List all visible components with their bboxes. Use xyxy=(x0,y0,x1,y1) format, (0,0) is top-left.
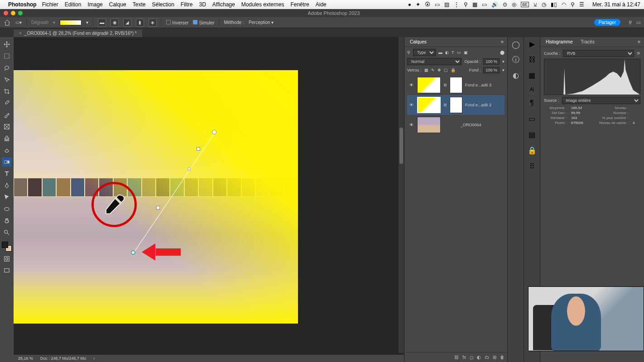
scrollbar-vertical[interactable] xyxy=(399,37,404,353)
color-swatches[interactable] xyxy=(2,242,12,252)
layer-mask-thumb[interactable] xyxy=(450,97,462,113)
histogram-tab[interactable]: Histogramme xyxy=(544,38,574,45)
path-select-tool[interactable] xyxy=(2,193,12,202)
more-panel-icon[interactable]: ⠿ xyxy=(529,162,535,171)
visibility-icon[interactable]: 👁 xyxy=(408,103,414,107)
layer-thumb[interactable] xyxy=(417,77,441,93)
type-tool[interactable] xyxy=(2,169,12,178)
workspace-switch-icon[interactable]: ▭ xyxy=(636,20,640,25)
clock-text[interactable]: Mer. 31 mai à 12:47 xyxy=(592,1,640,8)
eraser-tool[interactable] xyxy=(2,146,12,155)
battery-icon[interactable]: ▮▯ xyxy=(551,1,557,8)
workspace-icon[interactable]: ▭▾ xyxy=(15,20,22,25)
bluetooth-icon[interactable]: ⚺ xyxy=(533,1,537,8)
menu-edition[interactable]: Edition xyxy=(65,1,82,8)
gradient-handle-end[interactable] xyxy=(212,130,216,134)
lock-panel-icon[interactable]: 🔒 xyxy=(528,146,537,155)
gradient-stop-2[interactable] xyxy=(156,206,160,210)
close-window-button[interactable] xyxy=(4,11,8,15)
couche-dropdown[interactable]: RVB xyxy=(563,50,634,57)
filter-toggle-icon[interactable]: ⬤ xyxy=(500,50,505,55)
search-icon[interactable]: ⚲ xyxy=(629,20,632,25)
record-icon[interactable]: ⦿ xyxy=(425,1,430,8)
filter-type-dropdown[interactable]: Type xyxy=(413,49,436,56)
document-canvas[interactable] xyxy=(14,70,298,324)
app-name[interactable]: Photoshop xyxy=(8,1,37,8)
swatches-icon[interactable]: ▦ xyxy=(529,71,535,80)
panel-menu-icon[interactable]: ≡ xyxy=(638,39,640,44)
quickmask-icon[interactable] xyxy=(2,254,12,263)
refresh-icon[interactable]: ⟳ xyxy=(637,51,640,56)
chevron-down-icon[interactable]: ▾ xyxy=(502,59,505,64)
lock-move-icon[interactable]: ✥ xyxy=(437,68,441,72)
menu-fichier[interactable]: Fichier xyxy=(42,1,58,8)
gradient-handle-mid[interactable] xyxy=(187,167,191,171)
simuler-checkbox[interactable]: Simuler xyxy=(193,20,214,25)
menu-3d[interactable]: 3D xyxy=(199,1,206,8)
clock-icon[interactable]: ◷ xyxy=(542,1,546,8)
doc-size[interactable]: Doc : 246,7 Mo/246,7 Mo xyxy=(40,356,86,361)
pen-tool[interactable] xyxy=(2,181,12,190)
marquee-tool[interactable] xyxy=(2,52,12,61)
layer-name[interactable]: Fond e...adé 2 xyxy=(465,103,491,107)
menu-filtre[interactable]: Filtre xyxy=(181,1,193,8)
move-tool[interactable] xyxy=(2,40,12,49)
menu-modules[interactable]: Modules externes xyxy=(241,1,284,8)
stamp-tool[interactable] xyxy=(2,134,12,143)
minimize-window-button[interactable] xyxy=(11,11,15,15)
shape-tool[interactable] xyxy=(2,205,12,214)
grid-icon[interactable]: ▦ xyxy=(472,1,477,8)
status-chevron-icon[interactable]: › xyxy=(93,356,95,361)
library-icon[interactable]: ▤ xyxy=(529,130,535,139)
circle-icon[interactable]: ◎ xyxy=(512,1,516,8)
layer-mask-thumb[interactable] xyxy=(450,77,462,93)
menu-fenetre[interactable]: Fenêtre xyxy=(290,1,309,8)
mask-icon[interactable]: ◻ xyxy=(470,355,473,360)
canvas-area[interactable]: 28,16 % Doc : 246,7 Mo/246,7 Mo › xyxy=(14,37,404,362)
clipboard-icon[interactable]: ▤ xyxy=(444,1,449,8)
gradient-radial-icon[interactable]: ◉ xyxy=(111,19,119,27)
group-icon[interactable]: 🗀 xyxy=(485,355,489,360)
gradient-handle-start[interactable] xyxy=(131,250,135,255)
search-icon[interactable]: ⚲ xyxy=(571,1,575,8)
gradient-angle-icon[interactable]: ◢ xyxy=(123,19,131,27)
layer-name[interactable]: _ORO0064 xyxy=(461,123,481,127)
link-icon[interactable]: ⛓ xyxy=(443,83,447,87)
brush-tool[interactable] xyxy=(2,110,12,119)
doc-tab[interactable]: × _ORO0064-1 @ 28,2% (Fond en dégradé 2,… xyxy=(14,29,142,37)
home-icon[interactable] xyxy=(4,19,11,26)
link-layers-icon[interactable]: ⛓ xyxy=(454,355,459,360)
opacity-value[interactable]: 100 % xyxy=(483,58,500,65)
lasso-tool[interactable] xyxy=(2,63,12,72)
new-layer-icon[interactable]: ⊞ xyxy=(493,355,496,360)
color-panel-icon[interactable]: ◐ xyxy=(511,71,520,80)
wifi-icon[interactable]: ◠ xyxy=(562,1,566,8)
source-dropdown[interactable]: Image entière xyxy=(562,97,640,104)
zoom-tool[interactable] xyxy=(2,228,12,237)
filter-pixel-icon[interactable]: ▬ xyxy=(438,50,442,55)
gradient-preset-dropdown[interactable]: ▾ xyxy=(53,20,55,25)
close-tab-icon[interactable]: × xyxy=(19,31,22,36)
actions-play-icon[interactable]: ▶ xyxy=(529,40,535,48)
inverser-checkbox[interactable]: Inverser xyxy=(166,20,188,25)
control-center-icon[interactable]: ☰ xyxy=(579,1,584,8)
zoom-window-button[interactable] xyxy=(18,11,23,15)
layers-tab[interactable]: Calques xyxy=(408,38,428,45)
binoculars-icon[interactable]: ⚲ xyxy=(464,1,468,8)
layer-item[interactable]: 👁 ⛓ Fond e...adé 3 xyxy=(407,75,505,95)
layer-item[interactable]: 👁 ⛓ Fond e...adé 2 xyxy=(407,95,505,115)
eyedropper-tool[interactable] xyxy=(2,99,12,108)
blend-mode-dropdown[interactable]: Normal xyxy=(407,58,461,65)
link-panel-icon[interactable]: ⛓ xyxy=(529,56,536,64)
menu-image[interactable]: Image xyxy=(87,1,102,8)
visibility-icon[interactable]: 👁 xyxy=(408,83,414,87)
display-icon[interactable]: ▭ xyxy=(482,1,487,8)
layer-thumb[interactable] xyxy=(417,117,441,133)
delete-layer-icon[interactable]: 🗑 xyxy=(500,355,505,360)
lock-artboard-icon[interactable]: ▢ xyxy=(444,68,448,72)
panel-270-icon[interactable]: ▭ xyxy=(529,114,535,123)
fx-icon[interactable]: fx xyxy=(462,355,466,360)
menu-aide[interactable]: Aide xyxy=(316,1,327,8)
volume-icon[interactable]: 🔊 xyxy=(491,1,498,8)
menu-calque[interactable]: Calque xyxy=(109,1,126,8)
